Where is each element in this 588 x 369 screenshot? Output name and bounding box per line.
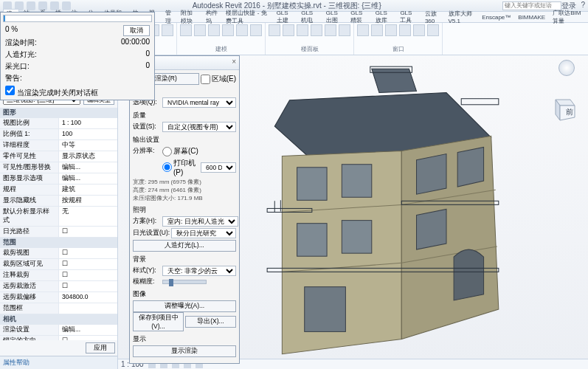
property-value[interactable]: ☐ (59, 227, 117, 237)
dpi-select[interactable]: 600 DPI (201, 162, 236, 173)
property-row[interactable]: 注释裁剪☐ (0, 270, 117, 281)
close-when-done-checkbox[interactable] (5, 86, 15, 95)
property-key: 比例值 1: (0, 129, 59, 139)
svg-rect-12 (297, 168, 327, 201)
apply-button[interactable]: 应用 (86, 342, 115, 354)
property-row[interactable]: 零件可见性显示原状态 (0, 151, 117, 162)
ribbon-tab[interactable]: Enscape™ (479, 14, 513, 21)
screen-radio[interactable] (162, 147, 172, 156)
property-row[interactable]: 远剪裁激活☐ (0, 281, 117, 292)
ribbon-button-icon[interactable] (357, 24, 369, 36)
property-row[interactable]: 日光路径☐ (0, 227, 117, 238)
property-value[interactable]: ☐ (59, 248, 117, 258)
property-row[interactable]: 渲染设置编辑... (0, 325, 117, 336)
property-value[interactable]: ☐ (59, 281, 117, 292)
ribbon-button-icon[interactable] (311, 24, 322, 36)
property-value[interactable]: 编辑... (59, 325, 117, 335)
ribbon-tab[interactable]: 族库大师V5.1 (446, 10, 478, 24)
property-row[interactable]: 图形显示选项编辑... (0, 173, 117, 184)
ribbon-button-icon[interactable] (399, 24, 411, 36)
property-value[interactable] (59, 303, 117, 314)
property-category[interactable]: 图形 (0, 108, 117, 118)
nav-wheel-icon[interactable] (558, 60, 575, 76)
ribbon-button-icon[interactable] (297, 24, 308, 36)
property-value[interactable]: 中等 (59, 140, 117, 151)
view-cube[interactable]: 前 (548, 94, 578, 123)
ribbon-button-icon[interactable] (325, 24, 336, 36)
ribbon-group: 楼面板 (266, 23, 354, 55)
property-grid[interactable]: 图形视图比例1 : 100比例值 1:100详细程度中等零件可见性显示原状态可见… (0, 108, 117, 340)
ribbon-tab[interactable]: GLS族库 (373, 10, 396, 24)
printer-radio[interactable] (162, 162, 172, 172)
ribbon-button-icon[interactable] (250, 24, 262, 36)
adjust-exposure-button[interactable]: 调整曝光(A)... (133, 300, 236, 312)
ribbon-tab[interactable]: 云族360 (422, 10, 444, 24)
ribbon-button-icon[interactable] (162, 24, 173, 36)
ribbon-tab[interactable]: GLS出图 (323, 10, 347, 24)
property-value[interactable]: 无 (59, 207, 117, 226)
ribbon-tab[interactable]: BIMMAKE (515, 14, 548, 21)
property-row[interactable]: 远剪裁偏移304800.0 (0, 292, 117, 303)
property-key: 远剪裁偏移 (0, 292, 59, 303)
ribbon-button-icon[interactable] (236, 24, 248, 36)
properties-panel: 属性× 三维视图 三维视图: {三维} 编辑类型 图形视图比例1 : 100比例… (0, 55, 118, 369)
property-row[interactable]: 可见性/图形替换编辑... (0, 162, 117, 173)
property-category[interactable]: 相机 (0, 314, 117, 325)
export-button[interactable]: 导出(X)... (185, 316, 236, 328)
property-value[interactable]: ☐ (59, 270, 117, 280)
property-row[interactable]: 范围框 (0, 303, 117, 314)
ribbon-button-icon[interactable] (385, 24, 397, 36)
close-icon[interactable]: × (232, 58, 236, 68)
property-key: 图形显示选项 (0, 173, 59, 184)
progress-bar (3, 15, 152, 22)
artificial-lights-button[interactable]: 人造灯光(L)... (133, 240, 236, 252)
property-row[interactable]: 视图比例1 : 100 (0, 118, 117, 129)
ribbon-button-icon[interactable] (194, 24, 206, 36)
ribbon-tab[interactable]: 广联达BIM算量 (550, 9, 585, 25)
property-value[interactable]: ☐ (59, 259, 117, 269)
ribbon-tab[interactable]: GLS精装 (347, 10, 371, 24)
property-row[interactable]: 默认分析显示样式无 (0, 207, 117, 227)
show-render-button[interactable]: 显示渲染 (133, 345, 236, 357)
property-key: 范围框 (0, 303, 59, 314)
property-row[interactable]: 比例值 1:100 (0, 129, 117, 140)
ribbon-button-icon[interactable] (180, 24, 192, 36)
engine-select[interactable]: NVIDIA mental ray (162, 97, 236, 108)
property-row[interactable]: 显示隐藏线按规程 (0, 196, 117, 207)
properties-help-link[interactable]: 属性帮助 (0, 356, 117, 369)
save-to-project-button[interactable]: 保存到项目中(V)... (133, 312, 184, 331)
property-value[interactable]: 编辑... (59, 162, 117, 173)
property-value[interactable]: 100 (59, 129, 117, 139)
ribbon-button-icon[interactable] (371, 24, 383, 36)
haze-slider[interactable] (162, 280, 207, 284)
property-value[interactable]: 1 : 100 (59, 118, 117, 128)
property-key: 显示隐藏线 (0, 196, 59, 206)
cancel-button[interactable]: 取消 (123, 25, 150, 36)
property-value[interactable]: 显示原状态 (59, 151, 117, 162)
property-value[interactable]: 建筑 (59, 184, 117, 195)
ribbon-tab[interactable]: GLS土建 (274, 10, 297, 24)
lighting-scheme-select[interactable]: 室内: 日光和人造光 (162, 216, 238, 227)
region-checkbox[interactable] (201, 75, 210, 84)
ribbon-tab[interactable]: GLS机电 (298, 10, 322, 24)
sun-setting-select[interactable]: 秋分日光研究 (171, 228, 236, 238)
ribbon-button-icon[interactable] (208, 24, 220, 36)
property-row[interactable]: 裁剪视图☐ (0, 248, 117, 259)
background-style-select[interactable]: 天空: 非常少的云 (162, 266, 236, 276)
property-row[interactable]: 详细程度中等 (0, 140, 117, 151)
quality-select[interactable]: 自定义(视图专用) (162, 122, 236, 132)
property-category[interactable]: 范围 (0, 238, 117, 248)
property-value[interactable]: 304800.0 (59, 292, 117, 303)
property-row[interactable]: 裁剪区域可见☐ (0, 259, 117, 270)
property-value[interactable]: 编辑... (59, 173, 117, 184)
ribbon-button-icon[interactable] (269, 24, 280, 36)
ribbon-tab[interactable]: GLS工具 (397, 10, 421, 24)
ribbon-button-icon[interactable] (222, 24, 234, 36)
property-row[interactable]: 规程建筑 (0, 184, 117, 196)
ribbon-button-icon[interactable] (413, 24, 425, 36)
ribbon-button-icon[interactable] (283, 24, 294, 36)
property-value[interactable]: 按规程 (59, 196, 117, 206)
ribbon-button-icon[interactable] (427, 24, 439, 36)
render-progress-dialog: 0 % 取消 渲染时间:00:00:00 人造灯光:0 采光口:0 警告: 当渲… (0, 12, 155, 100)
ribbon-button-icon[interactable] (339, 24, 350, 36)
